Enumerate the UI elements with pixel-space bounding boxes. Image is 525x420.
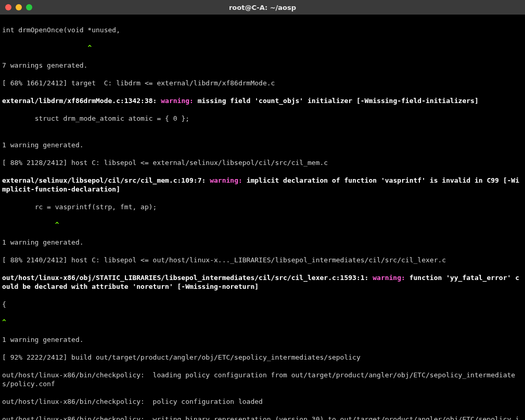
- output-line: external/selinux/libsepol/cil/src/cil_me…: [2, 176, 523, 194]
- terminal-window: root@C-A: ~/aosp int drmOpenOnce(void *u…: [0, 0, 525, 420]
- output-line: 1 warning generated.: [2, 141, 523, 149]
- output-line: int drmOpenOnce(void *unused,: [2, 26, 523, 34]
- window-controls: [5, 4, 32, 10]
- output-line: 1 warning generated.: [2, 238, 523, 247]
- output-line: 7 warnings generated.: [2, 61, 523, 70]
- output-line: out/host/linux-x86/bin/checkpolicy: poli…: [2, 397, 523, 406]
- close-icon[interactable]: [5, 4, 11, 10]
- output-line: [ 68% 1661/2412] target C: libdrm <= ext…: [2, 79, 523, 87]
- output-line: rc = vasprintf(strp, fmt, ap);: [2, 202, 523, 211]
- output-line: [ 88% 2140/2412] host C: libsepol <= out…: [2, 256, 523, 264]
- minimize-icon[interactable]: [16, 4, 22, 10]
- output-line: [ 92% 2222/2412] build out/target/produc…: [2, 353, 523, 362]
- output-line: out/host/linux-x86/bin/checkpolicy: load…: [2, 371, 523, 388]
- output-line: {: [2, 300, 523, 309]
- output-line: ^: [2, 43, 523, 52]
- maximize-icon[interactable]: [26, 4, 32, 10]
- output-line: out/host/linux-x86/bin/checkpolicy: writ…: [2, 415, 523, 420]
- output-line: out/host/linux-x86/obj/STATIC_LIBRARIES/…: [2, 273, 523, 291]
- output-line: external/libdrm/xf86drmMode.c:1342:38: w…: [2, 96, 523, 105]
- titlebar: root@C-A: ~/aosp: [0, 0, 525, 15]
- output-line: [ 88% 2128/2412] host C: libsepol <= ext…: [2, 158, 523, 167]
- output-line: ^: [2, 317, 523, 326]
- terminal-body[interactable]: int drmOpenOnce(void *unused, ^ 7 warnin…: [0, 15, 525, 420]
- output-line: struct drm_mode_atomic atomic = { 0 };: [2, 114, 523, 123]
- output-line: 1 warning generated.: [2, 335, 523, 344]
- output-line: ^: [2, 220, 523, 229]
- window-title: root@C-A: ~/aosp: [0, 4, 525, 11]
